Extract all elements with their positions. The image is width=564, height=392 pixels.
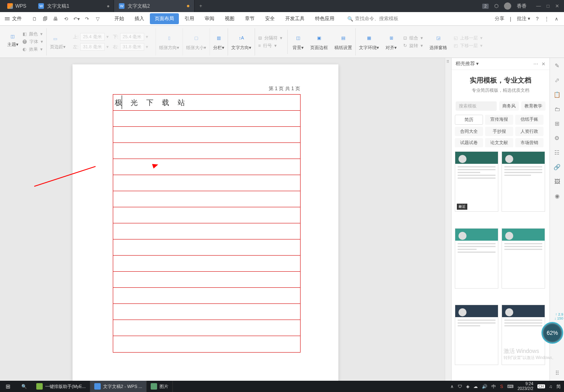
text-line[interactable] (113, 256, 300, 272)
papersize-group[interactable]: ▢ 纸张大小▾ (183, 28, 210, 56)
tray-cloud-icon[interactable]: ☁ (473, 384, 478, 389)
more-tools-icon[interactable]: ⠿ (554, 369, 561, 377)
cat-exam[interactable]: 试题试卷 (455, 138, 483, 147)
text-line[interactable] (113, 320, 300, 336)
gift-icon[interactable]: ⬡ (494, 3, 498, 9)
move-down-button[interactable]: ◰ 下移一层▾ (454, 43, 483, 49)
cat-thesis[interactable]: 论文文献 (485, 138, 513, 147)
margin-right-input[interactable]: 31.8 毫米 (120, 43, 144, 51)
wrap-group[interactable]: ▦ 文字环绕▾ (356, 28, 382, 56)
tray-keyboard-icon[interactable]: ⌨ (507, 384, 514, 389)
cat-letter[interactable]: 信纸手账 (515, 115, 543, 125)
cat-contract[interactable]: 合同大全 (455, 127, 483, 136)
command-search[interactable]: 🔍 查找命令、搜索模板 (347, 15, 398, 22)
text-line[interactable] (113, 143, 300, 159)
refresh-icon[interactable]: ⟲ (63, 16, 69, 22)
text-line[interactable] (113, 175, 300, 191)
language-indicator[interactable]: CH (537, 384, 545, 388)
drag-handle-icon[interactable]: ⠿ (446, 60, 449, 64)
print-icon[interactable]: 🖶 (52, 16, 59, 22)
tray-sogou-icon[interactable]: S (500, 384, 503, 389)
rotate-button[interactable]: ↻ 旋转▾ (403, 43, 423, 49)
tab-close-icon[interactable]: ● (107, 3, 110, 9)
taskbar-item[interactable]: 一键排版助手(MyE... (32, 381, 90, 392)
select-icon[interactable]: ⬀ (554, 76, 561, 84)
template-item[interactable]: 最近 (455, 151, 498, 212)
template-item[interactable] (502, 228, 545, 289)
letterhead-group[interactable]: ▤ 稿纸设置 (331, 28, 356, 56)
tab-start[interactable]: 开始 (110, 13, 129, 24)
tab-view[interactable]: 视图 (220, 13, 239, 24)
tray-volume-icon[interactable]: 🔊 (482, 384, 487, 389)
wps-logo[interactable]: WPS (0, 3, 33, 9)
minimize-button[interactable]: — (536, 3, 541, 9)
annotate-button[interactable]: 批注 ▾ (517, 15, 530, 22)
text-line[interactable] (113, 127, 300, 143)
margins-label[interactable]: 页边距▾ (50, 44, 66, 50)
document-canvas[interactable]: 第 1 页 共 1 页 极 光 下 载 站 (0, 58, 445, 381)
table-icon[interactable]: ⊞ (554, 120, 561, 127)
background-group[interactable]: ◫ 背景▾ (289, 28, 307, 56)
theme-icon[interactable]: ◫ (7, 31, 18, 41)
template-item[interactable] (502, 151, 545, 212)
collapse-ribbon-icon[interactable]: ∧ (555, 16, 558, 22)
margin-top-input[interactable]: 25.4 毫米 (80, 33, 104, 41)
maximize-button[interactable]: □ (547, 3, 549, 9)
text-line[interactable] (113, 191, 300, 207)
save-icon[interactable]: 🗋 (31, 16, 38, 22)
cat-handwritten[interactable]: 手抄报 (485, 127, 513, 136)
cat-resume[interactable]: 简历 (455, 115, 483, 125)
text-line[interactable] (113, 159, 300, 175)
columns-group[interactable]: ▥ 分栏▾ (210, 28, 228, 56)
text-line[interactable] (113, 223, 300, 239)
document-tab-2[interactable]: W 文字文稿2 (114, 0, 195, 12)
tray-chevron-icon[interactable]: ∧ (450, 384, 454, 389)
link-icon[interactable]: 🔗 (554, 163, 561, 171)
margin-bottom-input[interactable]: 25.4 毫米 (120, 33, 144, 41)
tab-chapter[interactable]: 章节 (240, 13, 259, 24)
cat-poster[interactable]: 宣传海报 (485, 115, 513, 125)
selection-pane-group[interactable]: ◲ 选择窗格 (426, 28, 450, 56)
margins-icon[interactable]: ▭ (50, 33, 60, 44)
template-item[interactable] (502, 305, 545, 365)
close-button[interactable]: ✕ (555, 3, 559, 9)
share-button[interactable]: 分享 (495, 15, 504, 22)
settings-icon[interactable]: ⚙ (554, 134, 561, 142)
orientation-group[interactable]: ▯ 纸张方向▾ (156, 28, 183, 56)
template-item[interactable] (455, 228, 498, 289)
tray-shield-icon[interactable]: 🛡 (458, 384, 462, 389)
ime-indicator[interactable]: 中 (491, 384, 496, 390)
performance-gauge[interactable]: 62% (541, 322, 563, 344)
shield-icon[interactable]: ◉ (554, 192, 561, 200)
start-button[interactable]: ⊞ (0, 383, 16, 390)
border-group[interactable]: ▣ 页面边框 (307, 28, 331, 56)
tab-insert[interactable]: 插入 (130, 13, 149, 24)
file-menu[interactable]: 文件 (0, 15, 27, 22)
lined-paper[interactable]: 极 光 下 载 站 (113, 94, 301, 353)
taskbar-item[interactable]: 图片 (147, 381, 173, 392)
tab-security[interactable]: 安全 (260, 13, 280, 24)
group-button[interactable]: ⊡ 组合▾ (403, 35, 423, 41)
filter-icon[interactable]: ☷ (554, 149, 561, 156)
breaks-button[interactable]: ⊟ 分隔符▾ (258, 35, 282, 41)
filter-business[interactable]: 商务风 (499, 101, 519, 111)
notification-badge[interactable]: 2 (482, 4, 489, 9)
color-button[interactable]: ◧ 颜色▾ (23, 31, 43, 37)
cat-hr[interactable]: 人资行政 (515, 127, 543, 136)
search-taskbar-icon[interactable]: 🔍 (16, 384, 32, 389)
tray-cube-icon[interactable]: ◈ (466, 384, 469, 389)
tab-references[interactable]: 引用 (180, 13, 199, 24)
template-item[interactable] (455, 305, 498, 365)
clock[interactable]: 9:24 2023/2/2 (518, 382, 533, 391)
filter-education[interactable]: 教育教学 (521, 101, 545, 111)
text-line[interactable] (113, 304, 300, 320)
cat-marketing[interactable]: 市场营销 (515, 138, 543, 147)
margin-left-input[interactable]: 31.8 毫米 (80, 43, 104, 51)
font-button[interactable]: 🅣 字体▾ (23, 39, 43, 45)
text-line[interactable] (113, 239, 300, 256)
text-line[interactable]: 极 光 下 载 站 (113, 95, 300, 111)
help-icon[interactable]: ? (536, 16, 539, 22)
print-preview-icon[interactable]: 🗐 (42, 16, 48, 22)
taskbar-item[interactable]: 文字文稿2 - WPS ... (90, 381, 147, 392)
panel-title[interactable]: 稻壳推荐 ▾ (456, 60, 479, 67)
